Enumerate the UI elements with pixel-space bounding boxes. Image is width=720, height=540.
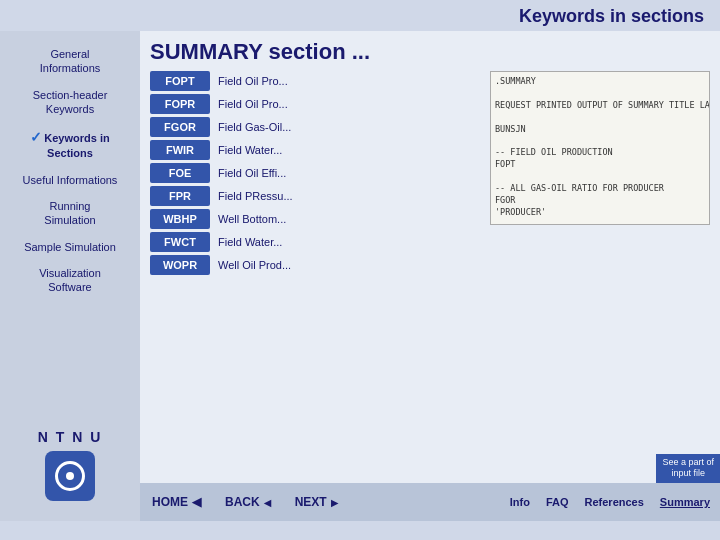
- keyword-desc-wbhp: Well Bottom...: [218, 213, 286, 225]
- page-title: Keywords in sections: [0, 0, 720, 31]
- sidebar-item-running-simulation[interactable]: Running Simulation: [0, 193, 140, 234]
- sidebar-item-keywords-in-sections[interactable]: ✓Keywords in Sections: [0, 122, 140, 166]
- content-inner: FOPT Field Oil Pro... FOPR Field Oil Pro…: [150, 71, 710, 275]
- home-button[interactable]: HOME ◀: [140, 489, 213, 515]
- bottom-bar: HOME ◀ BACK NEXT Info FAQ References Sum…: [140, 483, 720, 521]
- code-content: .SUMMARY REQUEST PRINTED OUTPUT OF SUMMA…: [495, 76, 705, 225]
- ntnu-logo-area: N T N U: [28, 419, 113, 511]
- keyword-row-wopr: WOPR Well Oil Prod...: [150, 255, 705, 275]
- keyword-desc-fwir: Field Water...: [218, 144, 282, 156]
- home-label: HOME: [152, 495, 188, 509]
- sidebar-item-sample-simulation[interactable]: Sample Simulation: [0, 234, 140, 260]
- sidebar-item-label: Keywords in Sections: [44, 132, 109, 159]
- keyword-badge-fopt[interactable]: FOPT: [150, 71, 210, 91]
- keyword-desc-fgor: Field Gas-Oil...: [218, 121, 291, 133]
- section-heading: SUMMARY section ...: [150, 31, 710, 71]
- keyword-badge-fgor[interactable]: FGOR: [150, 117, 210, 137]
- ntnu-icon-ring: [55, 461, 85, 491]
- keyword-badge-fpr[interactable]: FPR: [150, 186, 210, 206]
- code-panel: .SUMMARY REQUEST PRINTED OUTPUT OF SUMMA…: [490, 71, 710, 225]
- sidebar-item-label: Sample Simulation: [24, 241, 116, 253]
- keyword-row-fwct: FWCT Field Water...: [150, 232, 705, 252]
- back-label: BACK: [225, 495, 260, 509]
- keyword-desc-foe: Field Oil Effi...: [218, 167, 286, 179]
- sidebar-item-section-header-keywords[interactable]: Section-header Keywords: [0, 82, 140, 123]
- home-icon: ◀: [192, 495, 201, 509]
- sidebar-item-useful-informations[interactable]: Useful Informations: [0, 167, 140, 193]
- bottom-right-links: Info FAQ References Summary: [510, 496, 720, 508]
- info-link[interactable]: Info: [510, 496, 530, 508]
- keyword-badge-wopr[interactable]: WOPR: [150, 255, 210, 275]
- back-icon: [264, 495, 271, 509]
- sidebar-item-label: Useful Informations: [23, 174, 118, 186]
- see-part-line1: See a part of: [662, 457, 714, 469]
- sidebar-item-label: Visualization Software: [39, 267, 101, 293]
- keyword-badge-fwct[interactable]: FWCT: [150, 232, 210, 252]
- keyword-badge-foe[interactable]: FOE: [150, 163, 210, 183]
- keyword-desc-fopr: Field Oil Pro...: [218, 98, 288, 110]
- sidebar-item-label: Section-header Keywords: [33, 89, 108, 115]
- ntnu-icon: [45, 451, 95, 501]
- ntnu-text: N T N U: [38, 429, 103, 445]
- keyword-badge-fwir[interactable]: FWIR: [150, 140, 210, 160]
- sidebar: General Informations Section-header Keyw…: [0, 31, 140, 521]
- references-link[interactable]: References: [585, 496, 644, 508]
- keyword-desc-wopr: Well Oil Prod...: [218, 259, 291, 271]
- keyword-badge-fopr[interactable]: FOPR: [150, 94, 210, 114]
- content-area: SUMMARY section ... FOPT Field Oil Pro..…: [140, 31, 720, 521]
- bottom-nav: HOME ◀ BACK NEXT: [140, 489, 350, 515]
- summary-link[interactable]: Summary: [660, 496, 710, 508]
- keyword-desc-fpr: Field PRessu...: [218, 190, 293, 202]
- sidebar-item-label: Running Simulation: [44, 200, 95, 226]
- keyword-badge-wbhp[interactable]: WBHP: [150, 209, 210, 229]
- back-button[interactable]: BACK: [213, 489, 283, 515]
- next-button[interactable]: NEXT: [283, 489, 350, 515]
- sidebar-item-visualization-software[interactable]: Visualization Software: [0, 260, 140, 301]
- next-icon: [331, 495, 338, 509]
- keyword-desc-fopt: Field Oil Pro...: [218, 75, 288, 87]
- see-part-line2: input file: [662, 468, 714, 480]
- sidebar-item-general-informations[interactable]: General Informations: [0, 41, 140, 82]
- keyword-desc-fwct: Field Water...: [218, 236, 282, 248]
- faq-link[interactable]: FAQ: [546, 496, 569, 508]
- see-part-badge[interactable]: See a part of input file: [656, 454, 720, 483]
- check-icon: ✓: [30, 129, 42, 145]
- sidebar-item-label: General Informations: [40, 48, 101, 74]
- next-label: NEXT: [295, 495, 327, 509]
- ntnu-icon-dot: [66, 472, 74, 480]
